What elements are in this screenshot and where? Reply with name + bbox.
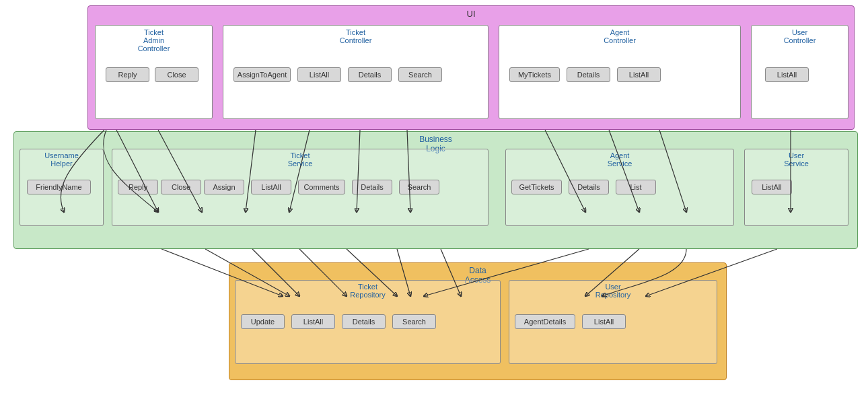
reply-button-ui[interactable]: Reply xyxy=(106,67,149,82)
details-button-repo[interactable]: Details xyxy=(342,314,386,329)
gettickets-button[interactable]: GetTickets xyxy=(511,180,562,194)
ticket-admin-controller: TicketAdminController Reply Close xyxy=(95,25,213,119)
listall-button-svc[interactable]: ListAll xyxy=(251,180,291,194)
search-button-ticket-ctrl[interactable]: Search xyxy=(398,67,442,82)
ticket-service: TicketService Reply Close Assign ListAll… xyxy=(112,149,489,226)
user-controller: UserController ListAll xyxy=(751,25,848,119)
username-helper: UsernameHelper FriendlyName xyxy=(20,149,104,226)
listall-button-agent-ctrl[interactable]: ListAll xyxy=(617,67,661,82)
ticket-service-label: TicketService xyxy=(112,149,488,169)
data-access-layer: DataAccess TicketRepository Update ListA… xyxy=(229,262,727,380)
ticket-admin-label: TicketAdminController xyxy=(96,26,212,54)
listall-button-user-ctrl[interactable]: ListAll xyxy=(765,67,809,82)
update-button-repo[interactable]: Update xyxy=(241,314,285,329)
ticket-controller-label: TicketController xyxy=(223,26,488,46)
details-button-agent-ctrl[interactable]: Details xyxy=(567,67,610,82)
ticket-repo-label: TicketRepository xyxy=(236,281,500,300)
close-button-ui-admin[interactable]: Close xyxy=(155,67,198,82)
user-repository: UserRepository AgentDetails ListAll xyxy=(509,280,717,364)
details-button-agent-svc[interactable]: Details xyxy=(569,180,609,194)
user-repo-label: UserRepository xyxy=(509,281,717,300)
assign-button-svc[interactable]: Assign xyxy=(204,180,244,194)
listall-button-repo[interactable]: ListAll xyxy=(291,314,335,329)
friendlyname-button[interactable]: FriendlyName xyxy=(27,180,91,194)
listall-button-user-repo[interactable]: ListAll xyxy=(582,314,626,329)
username-helper-label: UsernameHelper xyxy=(20,149,103,169)
listall-button-ticket-ctrl[interactable]: ListAll xyxy=(297,67,341,82)
ui-layer-label: UI xyxy=(88,6,854,20)
user-service-label: UserService xyxy=(745,149,848,169)
search-button-svc[interactable]: Search xyxy=(399,180,439,194)
agent-service: AgentService GetTickets Details List xyxy=(505,149,734,226)
assign-to-agent-button[interactable]: AssignToAgent xyxy=(233,67,291,82)
close-button-svc[interactable]: Close xyxy=(161,180,201,194)
business-logic-layer: BusinessLogic UsernameHelper FriendlyNam… xyxy=(13,131,858,249)
agentdetails-button-repo[interactable]: AgentDetails xyxy=(515,314,575,329)
ticket-controller: TicketController AssignToAgent ListAll D… xyxy=(223,25,489,119)
listall-button-user-svc[interactable]: ListAll xyxy=(752,180,792,194)
comments-button-svc[interactable]: Comments xyxy=(298,180,345,194)
user-service: UserService ListAll xyxy=(744,149,848,226)
details-button-ticket-ctrl[interactable]: Details xyxy=(348,67,392,82)
list-button-agent-svc[interactable]: List xyxy=(616,180,656,194)
agent-service-label: AgentService xyxy=(506,149,733,169)
agent-controller-label: AgentController xyxy=(499,26,740,46)
user-controller-label: UserController xyxy=(752,26,848,46)
agent-controller: AgentController MyTickets Details ListAl… xyxy=(499,25,741,119)
reply-button-svc[interactable]: Reply xyxy=(118,180,158,194)
details-button-svc[interactable]: Details xyxy=(352,180,392,194)
ui-layer: UI TicketAdminController Reply Close Tic… xyxy=(87,5,855,130)
ticket-repository: TicketRepository Update ListAll Details … xyxy=(235,280,501,364)
search-button-repo[interactable]: Search xyxy=(392,314,436,329)
mytickets-button[interactable]: MyTickets xyxy=(509,67,560,82)
